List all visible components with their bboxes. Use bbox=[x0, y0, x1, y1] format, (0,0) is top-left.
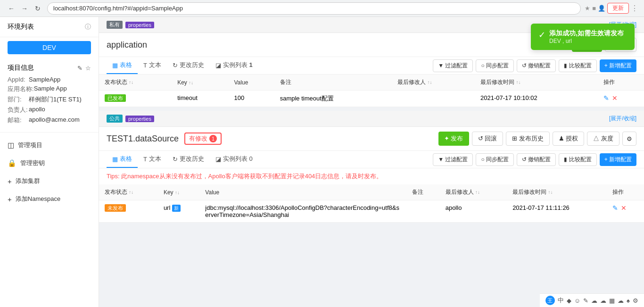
appname-value: Sample App bbox=[34, 85, 67, 93]
ns2-sync-btn[interactable]: ○ 同步配置 bbox=[476, 153, 514, 166]
toolbar-cloud3-icon[interactable]: ☁ bbox=[618, 297, 624, 304]
th-key: Key ↑↓ bbox=[172, 75, 228, 91]
sidebar-item-add-cluster[interactable]: + 添加集群 bbox=[0, 172, 99, 190]
star-project-icon[interactable]: ☆ bbox=[85, 65, 91, 72]
ns1-sync-btn[interactable]: ○ 同步配置 bbox=[476, 59, 514, 72]
ns2-filter-btn[interactable]: ▼ 过滤配置 bbox=[433, 153, 473, 166]
ns2-publish-button[interactable]: ✦ 发布 bbox=[438, 132, 469, 146]
sidebar-item-manage-project[interactable]: ◫ 管理项目 bbox=[0, 136, 99, 154]
env-button[interactable]: DEV bbox=[8, 41, 91, 54]
address-bar[interactable]: localhost:8070/config.html?#/appid=Sampl… bbox=[47, 2, 581, 15]
ns2-cancel-btn[interactable]: ↺ 撤销配置 bbox=[517, 153, 556, 166]
ns2-tab-text[interactable]: T 文本 bbox=[138, 151, 167, 168]
ns1-tab-history[interactable]: ↻ 更改历史 bbox=[167, 57, 210, 74]
ns1-filter-btn[interactable]: ▼ 过滤配置 bbox=[433, 59, 473, 72]
forward-button[interactable]: → bbox=[19, 3, 30, 14]
add-cluster-icon: + bbox=[8, 177, 12, 185]
ns2-compare-btn[interactable]: ▮ 比较配置 bbox=[559, 153, 596, 166]
row1-key: timeout bbox=[172, 91, 228, 107]
ns2-th-key: Key ↑↓ bbox=[158, 184, 199, 200]
manage-project-label: 管理项目 bbox=[18, 141, 42, 149]
owner-row: 负责人: apollo bbox=[8, 106, 91, 114]
ns2-gray-button[interactable]: △ 灰度 bbox=[587, 132, 619, 146]
ns2-auth-button[interactable]: ♟ 授权 bbox=[553, 132, 585, 146]
toolbar-pen-icon[interactable]: ✎ bbox=[583, 297, 588, 304]
profile-icon[interactable]: 👤 bbox=[598, 5, 605, 12]
th-status: 发布状态 ↑↓ bbox=[99, 75, 172, 91]
reload-button[interactable]: ↻ bbox=[32, 3, 43, 14]
update-button[interactable]: 更新 bbox=[607, 3, 629, 14]
menu-icon[interactable]: ⋮ bbox=[631, 4, 638, 13]
ns2-row1-delete-icon[interactable]: ✕ bbox=[621, 204, 627, 212]
ns2-tab-actions: ▼ 过滤配置 ○ 同步配置 ↺ 撤销配置 ▮ 比较配置 + 新增配置 bbox=[433, 153, 636, 166]
env-title: 环境列表 bbox=[8, 23, 34, 31]
toolbar-cloud2-icon[interactable]: ☁ bbox=[600, 297, 606, 304]
extensions-icon[interactable]: ■ bbox=[592, 5, 596, 12]
ns1-compare-btn[interactable]: ▮ 比较配置 bbox=[559, 59, 596, 72]
toast-notification: ✓ 添加成功,如需生效请发布 DEV , url bbox=[531, 24, 635, 50]
ns2-tab-instances[interactable]: ◪ 实例列表 0 bbox=[210, 151, 258, 168]
ns2-table-icon: ▦ bbox=[112, 156, 118, 163]
ns1-name: application bbox=[107, 40, 147, 50]
toast-content: 添加成功,如需生效请发布 DEV , url bbox=[549, 29, 624, 44]
toolbar-input-icon[interactable]: ◆ bbox=[567, 297, 571, 304]
ns2-title-row: TEST1.dataSource 有修改 1 ✦ 发布 ↺ 回滚 ⊞ 发布历史 … bbox=[99, 127, 644, 151]
ns2-row1-actions: ✎ ✕ bbox=[607, 200, 644, 223]
ns2-add-btn[interactable]: + 新增配置 bbox=[600, 153, 636, 166]
toolbar-chess-icon[interactable]: ♠ bbox=[627, 297, 630, 304]
ns1-tab-instances[interactable]: ◪ 实例列表 1 bbox=[210, 57, 258, 74]
row1-status: 已发布 bbox=[99, 91, 172, 107]
toolbar-cloud1-icon[interactable]: ☁ bbox=[591, 297, 597, 304]
toolbar-grid-icon[interactable]: ▦ bbox=[609, 297, 615, 304]
row1-edit-icon[interactable]: ✎ bbox=[603, 94, 609, 102]
ns2-tab-table[interactable]: ▦ 表格 bbox=[107, 151, 138, 168]
history-icon: ↻ bbox=[173, 62, 178, 69]
toolbar-lang-icon[interactable]: 中 bbox=[558, 296, 564, 305]
sidebar-item-add-namespace[interactable]: + 添加Namespace bbox=[0, 190, 99, 208]
env-header: 环境列表 ⓘ bbox=[0, 17, 99, 37]
tips-text: Tips: 此namespace从来没有发布过，Apollo客户端将获取不到配置… bbox=[107, 173, 382, 180]
sidebar-item-manage-key[interactable]: 🔒 管理密钥 bbox=[0, 154, 99, 172]
ns1-tab-table[interactable]: ▦ 表格 bbox=[107, 57, 138, 74]
appname-row: 应用名称: Sample App bbox=[8, 85, 91, 93]
toolbar-user-icon[interactable]: 王 bbox=[545, 296, 555, 305]
row1-delete-icon[interactable]: ✕ bbox=[612, 94, 618, 102]
th-remark: 备注 bbox=[274, 75, 392, 91]
ns2-tab-history[interactable]: ↻ 更改历史 bbox=[167, 151, 210, 168]
ns1-tab-text[interactable]: T 文本 bbox=[138, 57, 167, 74]
ns1-cancel-btn[interactable]: ↺ 撤销配置 bbox=[517, 59, 556, 72]
sidebar-menu: ◫ 管理项目 🔒 管理密钥 + 添加集群 + 添加Namespace bbox=[0, 136, 99, 208]
edit-project-icon[interactable]: ✎ bbox=[77, 65, 83, 72]
ns2-settings-button[interactable]: ⚙ bbox=[622, 132, 636, 146]
back-button[interactable]: ← bbox=[6, 3, 17, 14]
ns1-add-btn[interactable]: + 新增配置 bbox=[600, 59, 636, 72]
ns2-th-remark: 备注 bbox=[406, 184, 439, 200]
app-container: 环境列表 ⓘ DEV 项目信息 ✎ ☆ AppId: SampleApp 应用名… bbox=[0, 17, 644, 307]
ns2-row1-key: url新 bbox=[158, 200, 199, 223]
ns2-header: 公共 properties [展开/收缩] bbox=[99, 111, 644, 127]
ns2-history-icon: ↻ bbox=[173, 156, 178, 163]
star-icon[interactable]: ★ bbox=[585, 5, 590, 12]
ns2-expand-collapse[interactable]: [展开/收缩] bbox=[609, 115, 636, 123]
owner-label: 负责人: bbox=[8, 106, 29, 114]
help-icon[interactable]: ⓘ bbox=[85, 23, 91, 31]
add-namespace-icon: + bbox=[8, 195, 12, 203]
toolbar-settings-icon[interactable]: ⚙ bbox=[633, 297, 638, 304]
ns2-instances-icon: ◪ bbox=[215, 156, 221, 163]
main-content: 私有 properties [展开/收缩] application ✦ 发布 ↺… bbox=[99, 17, 644, 307]
add-cluster-label: 添加集群 bbox=[16, 177, 40, 185]
appid-label: AppId: bbox=[8, 76, 29, 83]
has-changes-count: 1 bbox=[209, 135, 217, 142]
toolbar-emoji-icon[interactable]: ☺ bbox=[574, 297, 580, 304]
ns1-config-table: 发布状态 ↑↓ Key ↑↓ Value 备注 最后修改人 ↑↓ 最后修改时间 … bbox=[99, 75, 644, 107]
ns2-rollback-button[interactable]: ↺ 回滚 bbox=[472, 132, 504, 146]
ns2-text-icon: T bbox=[143, 156, 147, 163]
email-value: apollo@acme.com bbox=[29, 116, 80, 124]
ns2-row1-edit-icon[interactable]: ✎ bbox=[612, 204, 618, 212]
ns2-row1-status: 未发布 bbox=[99, 200, 158, 223]
project-info-section: 项目信息 ✎ ☆ AppId: SampleApp 应用名称: Sample A… bbox=[0, 58, 99, 133]
ns2-history-button[interactable]: ⊞ 发布历史 bbox=[506, 132, 550, 146]
has-changes-badge: 有修改 1 bbox=[184, 133, 222, 145]
add-namespace-label: 添加Namespace bbox=[16, 195, 60, 203]
browser-bar: ← → ↻ localhost:8070/config.html?#/appid… bbox=[0, 0, 644, 17]
